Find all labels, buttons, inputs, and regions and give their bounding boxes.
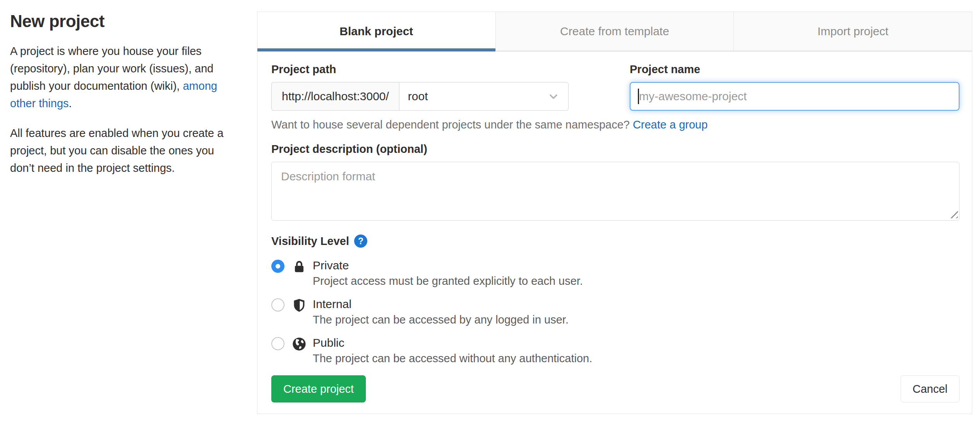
tab-label: Create from template: [560, 25, 669, 38]
features-paragraph: All features are enabled when you create…: [10, 125, 228, 177]
new-project-panel: Blank project Create from template Impor…: [257, 12, 972, 414]
tab-import-project[interactable]: Import project: [733, 12, 972, 51]
project-type-tabs: Blank project Create from template Impor…: [257, 12, 972, 51]
blank-project-form: Project path http://localhost:3000/ root…: [257, 51, 972, 402]
intro-text-end: .: [69, 97, 72, 110]
project-description-input[interactable]: [271, 162, 959, 221]
visibility-option-name: Public: [313, 335, 592, 351]
tab-blank-project[interactable]: Blank project: [257, 12, 495, 51]
visibility-option-description: The project can be accessed by any logge…: [313, 312, 569, 327]
visibility-level-label: Visibility Level: [271, 235, 349, 248]
visibility-option-description: The project can be accessed without any …: [313, 351, 592, 366]
radio-private[interactable]: [271, 260, 284, 273]
url-prefix-addon: http://localhost:3000/: [271, 82, 399, 111]
tab-label: Blank project: [339, 25, 413, 38]
chevron-down-icon: [547, 90, 560, 103]
text-cursor: [638, 89, 639, 104]
project-name-input[interactable]: [630, 82, 959, 111]
radio-internal[interactable]: [271, 298, 284, 312]
tab-label: Import project: [817, 25, 888, 38]
tab-create-from-template[interactable]: Create from template: [495, 12, 734, 51]
namespace-hint: Want to house several dependent projects…: [271, 118, 959, 131]
visibility-option-description: Project access must be granted explicitl…: [313, 273, 583, 289]
intro-paragraph: A project is where you house your files …: [10, 43, 228, 112]
project-name-label: Project name: [630, 63, 959, 76]
visibility-option-name: Private: [313, 258, 583, 273]
visibility-option-private: Private Project access must be granted e…: [271, 258, 959, 289]
namespace-selected-value: root: [408, 90, 428, 103]
cancel-button[interactable]: Cancel: [901, 375, 959, 402]
visibility-option-public: Public The project can be accessed witho…: [271, 335, 959, 366]
create-project-button[interactable]: Create project: [271, 375, 366, 402]
lock-icon: [292, 259, 307, 274]
visibility-option-internal: Internal The project can be accessed by …: [271, 296, 959, 327]
help-icon[interactable]: ?: [354, 235, 367, 248]
namespace-hint-text: Want to house several dependent projects…: [271, 118, 630, 131]
radio-public[interactable]: [271, 337, 284, 350]
shield-icon: [292, 298, 307, 313]
project-description-label: Project description (optional): [271, 143, 959, 156]
page-title: New project: [10, 12, 228, 31]
globe-icon: [292, 337, 307, 351]
create-group-link[interactable]: Create a group: [633, 118, 708, 131]
project-path-group: http://localhost:3000/ root: [271, 82, 569, 111]
new-project-page: New project A project is where you house…: [0, 0, 980, 414]
project-path-label: Project path: [271, 63, 569, 76]
sidebar: New project A project is where you house…: [10, 12, 228, 414]
visibility-options: Private Project access must be granted e…: [271, 258, 959, 366]
namespace-select[interactable]: root: [399, 82, 569, 111]
visibility-option-name: Internal: [313, 296, 569, 312]
